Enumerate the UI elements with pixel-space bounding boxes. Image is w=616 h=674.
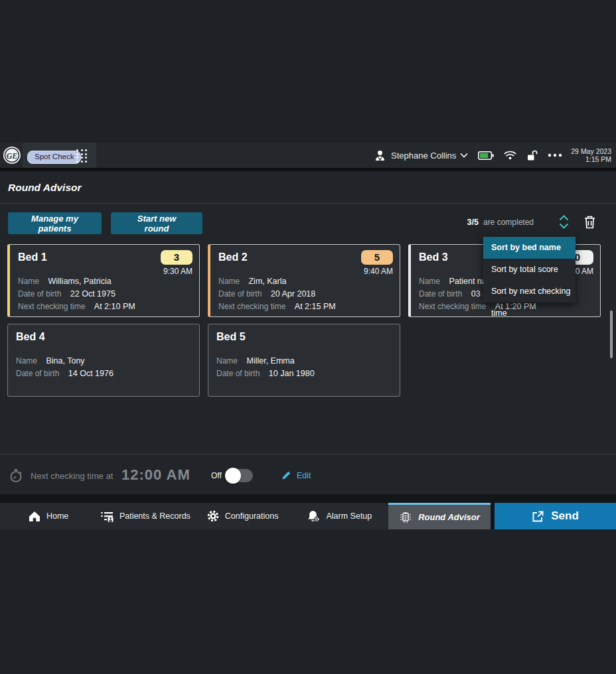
nav-label: Configurations (225, 511, 279, 521)
bottom-nav-bar: Home Patients & Records (0, 503, 616, 529)
alarm-bell-icon (307, 510, 320, 522)
bed-title: Bed 5 (216, 331, 246, 343)
sort-option-next-checking-time[interactable]: Sort by next checking time (483, 281, 576, 303)
edit-label: Edit (297, 471, 311, 480)
name-label: Name (216, 356, 238, 366)
dob-row: Date of birth 14 Oct 1976 (16, 366, 114, 379)
nav-item-configurations[interactable]: Configurations (194, 503, 291, 529)
more-options-icon[interactable] (548, 153, 562, 157)
vertical-scrollbar[interactable] (610, 310, 613, 358)
next-checking-toggle[interactable] (226, 469, 253, 482)
next-label: Next checking time (218, 302, 285, 311)
system-status-cluster: Stephane Collins (374, 143, 611, 168)
trash-icon[interactable] (584, 216, 595, 229)
sort-option-bed-name[interactable]: Sort by bed name (483, 237, 576, 259)
dob-label: Date of birth (218, 289, 262, 299)
next-checking-row: Next checking time At 2:15 PM (218, 299, 336, 312)
toggle-state-label: Off (211, 471, 222, 480)
system-top-bar: GE Spot Check Stephane Collins (0, 143, 616, 168)
completed-label: are completed (483, 218, 534, 227)
patients-records-icon (101, 511, 114, 522)
bed-card-2[interactable]: Bed 2 5 9:40 AM Name Zim, Karla Date of … (208, 244, 400, 317)
patient-name: Zim, Karla (248, 277, 286, 286)
name-label: Name (218, 277, 240, 286)
dob-value: 22 Oct 1975 (70, 289, 116, 299)
home-icon (29, 511, 40, 522)
bed-title: Bed 3 (419, 251, 448, 263)
apps-grid-icon[interactable] (76, 149, 87, 163)
edit-button[interactable]: Edit (281, 470, 311, 480)
nav-label: Alarm Setup (326, 511, 372, 521)
pencil-icon (281, 470, 291, 480)
user-name[interactable]: Stephane Collins (391, 151, 456, 161)
round-advisor-icon (399, 511, 412, 523)
title-divider (0, 203, 616, 204)
send-label: Send (551, 509, 579, 523)
dob-row: Date of birth 10 Jan 1980 (216, 366, 315, 379)
dob-label: Date of birth (419, 289, 462, 299)
patient-name-row: Name Miller, Emma (216, 354, 315, 366)
round-advisor-panel: Round Advisor Manage my patients Start n… (0, 171, 616, 494)
clinician-icon (374, 149, 386, 162)
screen: GE Spot Check Stephane Collins (0, 0, 616, 674)
wifi-icon (504, 151, 516, 160)
next-checking-footer: Next checking time at 12:00 AM Off Edit (0, 454, 616, 495)
datetime: 29 May 2023 1:15 PM (571, 147, 611, 163)
next-label: Next checking time (18, 302, 85, 311)
patient-name-row: Name Williams, Patricia (18, 274, 135, 287)
name-label: Name (18, 277, 39, 286)
patient-name: Williams, Patricia (48, 277, 111, 286)
sort-icon[interactable] (558, 215, 570, 229)
bed-title: Bed 1 (18, 251, 47, 263)
time-text: 1:15 PM (571, 155, 611, 163)
checked-time: 9:40 AM (364, 267, 393, 276)
next-checking-time: 12:00 AM (121, 466, 191, 484)
dob-row: Date of birth 22 Oct 1975 (18, 287, 135, 299)
bed-card-5[interactable]: Bed 5 Name Miller, Emma Date of birth 10… (208, 324, 400, 397)
app-badge[interactable]: Spot Check (27, 151, 81, 164)
next-value: At 2:15 PM (295, 302, 336, 311)
bed-card-1[interactable]: Bed 1 3 9:30 AM Name Williams, Patricia … (7, 244, 200, 317)
toggle-knob[interactable] (225, 468, 241, 484)
next-checking-row: Next checking time At 2:10 PM (18, 299, 135, 312)
nav-item-alarm-setup[interactable]: Alarm Setup (291, 503, 388, 529)
dob-value: 20 Apr 2018 (271, 289, 315, 299)
sort-option-total-score[interactable]: Sort by total score (483, 259, 576, 281)
patient-name: Miller, Emma (246, 356, 294, 366)
dob-label: Date of birth (216, 369, 260, 378)
patient-name-row: Name Bina, Tony (16, 354, 114, 366)
nav-item-patients-records[interactable]: Patients & Records (97, 503, 194, 529)
battery-icon (478, 151, 494, 160)
checked-time: 9:30 AM (163, 267, 193, 276)
page-title: Round Advisor (8, 182, 82, 194)
name-label: Name (419, 277, 440, 286)
score-badge: 3 (161, 250, 193, 265)
dob-value: 14 Oct 1976 (68, 369, 114, 378)
nav-label: Home (46, 511, 68, 521)
nav-label: Patients & Records (119, 511, 191, 521)
nav-item-round-advisor[interactable]: Round Advisor (388, 503, 491, 529)
start-new-round-button[interactable]: Start new round (111, 212, 202, 234)
manage-my-patients-button[interactable]: Manage my patients (8, 212, 102, 234)
gear-icon (207, 510, 219, 522)
score-badge: 5 (361, 250, 393, 265)
dob-label: Date of birth (18, 289, 61, 299)
dob-label: Date of birth (16, 369, 59, 378)
nav-label: Round Advisor (418, 512, 480, 522)
date-text: 29 May 2023 (571, 147, 611, 155)
dob-value: 10 Jan 1980 (269, 369, 315, 378)
sort-dropdown-menu: Sort by bed name Sort by total score Sor… (483, 237, 576, 303)
next-value: At 2:10 PM (94, 302, 135, 311)
patient-name-row: Name Zim, Karla (218, 274, 336, 287)
divider-strip (0, 494, 616, 503)
send-button[interactable]: Send (495, 503, 616, 529)
unlocked-icon (526, 150, 538, 161)
dob-row: Date of birth 20 Apr 2018 (218, 287, 336, 299)
svg-text:GE: GE (7, 151, 18, 161)
nav-item-home[interactable]: Home (0, 503, 97, 529)
bed-card-4[interactable]: Bed 4 Name Bina, Tony Date of birth 14 O… (7, 324, 200, 397)
ge-logo-icon: GE (3, 146, 21, 165)
completed-status-group: 3/5 are completed (467, 215, 595, 229)
next-checking-label: Next checking time at (31, 471, 113, 481)
chevron-down-icon[interactable] (460, 153, 468, 158)
